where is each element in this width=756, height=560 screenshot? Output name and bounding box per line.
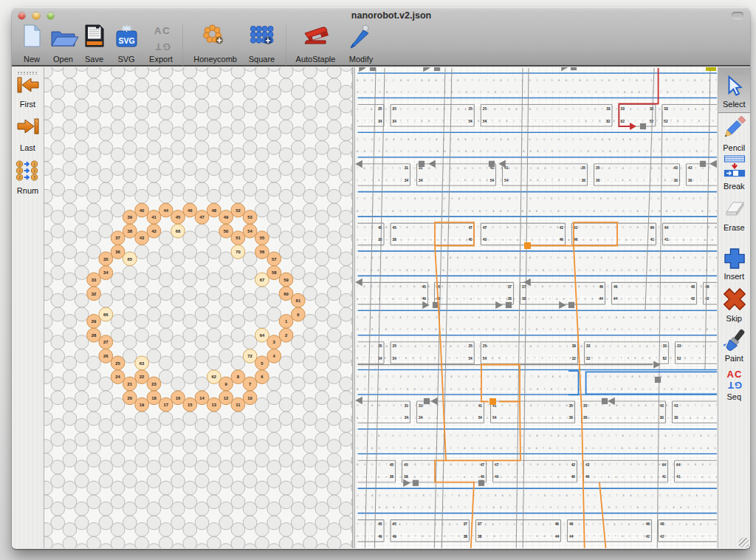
svg-text:43: 43 bbox=[688, 166, 693, 170]
svg-text:43: 43 bbox=[674, 166, 678, 170]
svg-text:38: 38 bbox=[378, 238, 382, 242]
svg-text:65: 65 bbox=[128, 257, 133, 262]
svg-text:GTCCTCTTCAATGTTTAAATGACCCTCTCG: GTCCTCTTCAATGTTTAAATGACCCTCTCGTCATAAAACC… bbox=[357, 120, 717, 123]
svg-text:64: 64 bbox=[662, 463, 667, 467]
svg-text:25: 25 bbox=[483, 107, 487, 111]
svg-text:25: 25 bbox=[393, 344, 397, 348]
svg-text:48: 48 bbox=[691, 285, 695, 289]
svg-text:46: 46 bbox=[569, 522, 574, 526]
svg-text:44: 44 bbox=[163, 208, 168, 213]
svg-text:43: 43 bbox=[660, 404, 664, 408]
svg-text:3: 3 bbox=[18, 163, 21, 166]
svg-text:61: 61 bbox=[296, 298, 301, 303]
svg-text:37: 37 bbox=[464, 522, 468, 526]
svg-text:52: 52 bbox=[236, 208, 240, 213]
svg-text:CCGAAAAGCTATGGTCTGTAACTTTTCGCG: CCGAAAAGCTATGGTCTGTAACTTTTCGCGGGTCGAGCTA… bbox=[357, 506, 717, 509]
svg-text:42: 42 bbox=[691, 297, 695, 301]
svg-text:54: 54 bbox=[492, 416, 497, 420]
svg-text:42: 42 bbox=[705, 297, 709, 301]
svg-text:24: 24 bbox=[115, 375, 120, 379]
svg-text:38: 38 bbox=[128, 229, 133, 233]
svg-text:TTAATGGAACAGACTTGCTTATGTGGACGT: TTAATGGAACAGACTTGCTTATGTGGACGTTGTATAGGGA… bbox=[357, 269, 717, 272]
svg-text:32: 32 bbox=[621, 120, 625, 123]
svg-text:12: 12 bbox=[224, 396, 228, 400]
svg-text:25: 25 bbox=[393, 107, 397, 111]
svg-text:36: 36 bbox=[115, 250, 120, 254]
svg-text:44: 44 bbox=[614, 297, 618, 301]
svg-text:47: 47 bbox=[199, 215, 204, 219]
svg-text:48: 48 bbox=[660, 522, 664, 526]
svg-text:32: 32 bbox=[572, 357, 577, 361]
svg-text:46: 46 bbox=[555, 522, 560, 526]
svg-text:GGCGACCCTTGCGACAGTGACGCTTTCGCC: GGCGACCCTTGCGACAGTGACGCTTTCGCCGTTGCCTAAA… bbox=[357, 91, 717, 94]
svg-text:46: 46 bbox=[614, 285, 618, 289]
svg-text:66: 66 bbox=[103, 313, 109, 317]
svg-text:50: 50 bbox=[224, 229, 228, 233]
svg-text:54: 54 bbox=[490, 179, 495, 182]
svg-text:GGATACCTGATAGATGGTGACTAGCATGTA: GGATACCTGATAGATGGTGACTAGCATGTACAAGTAACCT… bbox=[357, 328, 717, 331]
svg-text:34: 34 bbox=[405, 416, 409, 420]
svg-text:33: 33 bbox=[606, 107, 611, 111]
svg-text:CGTAGGCTGTTTCTCAGGACGCCCAACTAT: CGTAGGCTGTTTCTCAGGACGCCCAACTATTCTTTCCAAT… bbox=[357, 179, 717, 182]
svg-text:AACGGCGCGTGAATGAAGCGCTTAAACAGC: AACGGCGCGTGAATGAAGCGCTTAAACAGCTCAGGAGCCA… bbox=[357, 150, 717, 153]
svg-text:31: 31 bbox=[419, 404, 423, 408]
svg-text:34: 34 bbox=[419, 179, 423, 182]
svg-text:28: 28 bbox=[92, 333, 97, 338]
svg-text:45: 45 bbox=[378, 522, 382, 526]
svg-text:68: 68 bbox=[176, 229, 181, 233]
svg-text:45: 45 bbox=[404, 463, 408, 467]
svg-text:42: 42 bbox=[660, 535, 664, 539]
svg-text:42: 42 bbox=[646, 535, 650, 539]
svg-text:34: 34 bbox=[419, 416, 423, 420]
svg-text:64: 64 bbox=[664, 226, 669, 230]
svg-text:54: 54 bbox=[478, 416, 483, 420]
svg-text:44: 44 bbox=[555, 535, 560, 539]
svg-text:25: 25 bbox=[468, 107, 472, 111]
svg-text:47: 47 bbox=[468, 226, 472, 230]
svg-text:52: 52 bbox=[664, 120, 668, 123]
svg-text:54: 54 bbox=[504, 179, 509, 182]
svg-text:41: 41 bbox=[478, 404, 483, 408]
svg-text:38: 38 bbox=[508, 297, 512, 301]
svg-text:56: 56 bbox=[260, 250, 265, 254]
svg-text:46: 46 bbox=[571, 475, 576, 479]
svg-text:11: 11 bbox=[236, 403, 241, 407]
svg-text:GT: GT bbox=[154, 41, 171, 52]
svg-text:54: 54 bbox=[468, 357, 472, 361]
svg-text:63: 63 bbox=[140, 361, 145, 366]
svg-text:47: 47 bbox=[495, 463, 499, 467]
svg-text:41: 41 bbox=[151, 215, 157, 219]
svg-text:ATCTCAGTGCTGGTGTGATAAGCAAACCAC: ATCTCAGTGCTGGTGTGATAAGCAAACCACCCTACTGGCA… bbox=[357, 210, 717, 213]
svg-text:10: 10 bbox=[247, 396, 252, 400]
svg-text:67: 67 bbox=[260, 278, 264, 282]
svg-text:ACGATATACTCATGGTAGTGTAACGCATAA: ACGATATACTCATGGTAGTGTAACGCATAATCGAAGAGGG… bbox=[357, 298, 717, 301]
svg-text:38: 38 bbox=[404, 475, 408, 479]
svg-text:72: 72 bbox=[247, 354, 252, 358]
svg-text:13: 13 bbox=[212, 403, 217, 407]
svg-text:49: 49 bbox=[224, 215, 229, 219]
svg-text:41: 41 bbox=[664, 238, 669, 242]
svg-text:36: 36 bbox=[596, 179, 600, 182]
svg-text:52: 52 bbox=[663, 357, 667, 361]
svg-text:31: 31 bbox=[405, 166, 409, 170]
svg-text:35: 35 bbox=[583, 404, 588, 408]
svg-text:GGAGGCCGCACCCTAGGTCAAGTTTTACGA: GGAGGCCGCACCCTAGGTCAAGTTTTACGATTGCCCTAAC… bbox=[357, 494, 717, 497]
svg-text:43: 43 bbox=[140, 236, 145, 240]
svg-text:CCGCAAGAATCAACAACTACAATGGCGCGT: CCGCAAGAATCAACAACTACAATGGCGCGTCGTGAATAAC… bbox=[357, 138, 717, 141]
svg-text:64: 64 bbox=[260, 333, 265, 338]
svg-text:AAGCCCAATAAACCACTCTGACTGGCCGAA: AAGCCCAATAAACCACTCTGACTGGCCGAATAGGGATATA… bbox=[357, 79, 717, 82]
svg-text:29: 29 bbox=[92, 319, 97, 324]
svg-text:31: 31 bbox=[419, 166, 423, 170]
svg-text:23: 23 bbox=[151, 382, 157, 386]
svg-text:30: 30 bbox=[674, 179, 678, 182]
svg-text:59: 59 bbox=[284, 278, 289, 282]
svg-text:30: 30 bbox=[688, 179, 693, 182]
svg-text:GACCTCAGGAGCTAGACGGGGACCTACAAC: GACCTCAGGAGCTAGACGGGGACCTACAACTTTGCGGGAA… bbox=[357, 375, 717, 378]
svg-text:33: 33 bbox=[677, 344, 681, 348]
svg-text:40: 40 bbox=[495, 475, 499, 479]
svg-text:TGCGTCGTAGCGGGACCCTCCATTGTTACT: TGCGTCGTAGCGGGACCCTCCATTGTTACTTATTAGGTTC… bbox=[357, 197, 717, 200]
svg-text:35: 35 bbox=[582, 166, 586, 170]
svg-text:2: 2 bbox=[285, 333, 287, 338]
svg-text:33: 33 bbox=[663, 344, 667, 348]
svg-text:33: 33 bbox=[664, 107, 668, 111]
